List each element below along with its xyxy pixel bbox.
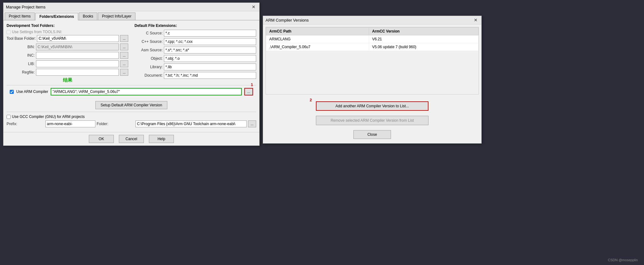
use-settings-label: Use Settings from TOOLS.INI: — [12, 30, 62, 34]
library-label: Library: — [134, 65, 163, 69]
asm-source-input[interactable] — [164, 47, 256, 54]
add-compiler-button[interactable]: Add another ARM Compiler Version to List… — [316, 101, 428, 111]
compiler-version-1: V5.06 update 7 (build 960) — [369, 43, 478, 51]
library-row: Library: — [134, 64, 256, 70]
use-gcc-row: Use GCC Compiler (GNU) for ARM projects — [7, 115, 256, 119]
library-input[interactable] — [164, 64, 256, 70]
remove-compiler-button[interactable]: Remove selected ARM Compiler Version fro… — [316, 116, 428, 125]
compiler-table: ArmCC Path ArmCC Version ARMCLANG V6.21 … — [266, 27, 479, 51]
bin-row: BIN: ... — [7, 43, 128, 50]
help-button[interactable]: Help — [149, 135, 174, 143]
cpp-source-label: C++ Source: — [134, 39, 163, 44]
object-label: Object: — [134, 56, 163, 61]
right-column: Default File Extensions: C Source: C++ S… — [134, 23, 256, 83]
asm-source-label: Asm Source: — [134, 48, 163, 52]
table-header-row: ArmCC Path ArmCC Version — [266, 28, 479, 35]
regfile-input[interactable] — [36, 69, 119, 76]
cancel-button[interactable]: Cancel — [119, 135, 144, 143]
document-input[interactable] — [164, 72, 256, 79]
ok-button[interactable]: OK — [89, 135, 114, 143]
regfile-row: Regfile: ... — [7, 69, 128, 76]
annotation-1: 1 — [251, 82, 253, 87]
folder-browse[interactable]: ... — [248, 120, 256, 127]
col-header-version: ArmCC Version — [369, 28, 478, 35]
main-dialog: Manage Project Items ✕ Project Items Fol… — [3, 3, 260, 146]
object-row: Object: — [134, 55, 256, 62]
arm-close-button[interactable]: Close — [353, 130, 391, 139]
tab-project-items[interactable]: Project Items — [5, 13, 35, 20]
use-settings-checkbox[interactable] — [7, 30, 11, 34]
folder-label: Folder: — [97, 122, 134, 126]
dialog-body: Development Tool Folders: Use Settings f… — [3, 20, 259, 132]
arm-bottom-section: 2 Add another ARM Compiler Version to Li… — [263, 97, 481, 143]
annotation-2: 2 — [310, 98, 312, 102]
bin-browse[interactable]: ... — [120, 43, 128, 50]
folder-input[interactable] — [135, 120, 247, 127]
col-header-path: ArmCC Path — [266, 28, 369, 35]
object-input[interactable] — [164, 55, 256, 62]
arm-dialog-close-button[interactable]: ✕ — [473, 18, 479, 23]
arm-dialog-title: ARM Compiler Versions — [266, 18, 309, 23]
cpp-source-input[interactable] — [164, 38, 256, 45]
default-file-ext-title: Default File Extensions: — [134, 23, 256, 28]
compiler-path-1: .\ARM_Compiler_5.06u7 — [266, 43, 369, 51]
gcc-section: Use GCC Compiler (GNU) for ARM projects … — [7, 115, 256, 127]
main-dialog-title: Manage Project Items — [6, 5, 45, 9]
tool-base-folder-browse[interactable]: ... — [120, 35, 128, 42]
regfile-browse[interactable]: ... — [120, 69, 128, 76]
dev-tools-section-title: Development Tool Folders: — [7, 23, 128, 28]
cpp-source-row: C++ Source: — [134, 38, 256, 45]
tab-folders-extensions[interactable]: Folders/Extensions — [35, 13, 78, 20]
compiler-table-container: ArmCC Path ArmCC Version ARMCLANG V6.21 … — [266, 27, 479, 94]
bin-input — [36, 43, 119, 50]
bin-label: BIN: — [7, 45, 35, 49]
use-arm-compiler-checkbox[interactable] — [10, 90, 14, 94]
gcc-options-row: Prefix: Folder: ... — [7, 120, 256, 127]
compiler-version-0: V6.21 — [369, 35, 478, 43]
compiler-path-0: ARMCLANG — [266, 35, 369, 43]
tab-books[interactable]: Books — [79, 13, 97, 20]
use-arm-browse-button[interactable]: ... — [244, 88, 253, 95]
arm-dialog-titlebar: ARM Compiler Versions ✕ — [263, 16, 481, 24]
document-row: Document: — [134, 72, 256, 79]
arm-compiler-dialog: ARM Compiler Versions ✕ ArmCC Path ArmCC… — [263, 16, 482, 144]
tab-bar: Project Items Folders/Extensions Books P… — [3, 11, 259, 20]
tab-project-info-layer[interactable]: Project Info/Layer — [98, 13, 135, 20]
separator — [7, 112, 256, 112]
prefix-input[interactable] — [45, 120, 95, 127]
lib-label: LIB: — [7, 62, 35, 66]
left-column: Development Tool Folders: Use Settings f… — [7, 23, 128, 83]
use-gcc-label: Use GCC Compiler (GNU) for ARM projects — [12, 115, 85, 119]
use-arm-compiler-input[interactable] — [51, 88, 242, 95]
asm-source-row: Asm Source: — [134, 47, 256, 54]
setup-default-arm-btn[interactable]: Setup Default ARM Compiler Version — [95, 101, 168, 109]
document-label: Document: — [134, 73, 163, 78]
two-column-layout: Development Tool Folders: Use Settings f… — [7, 23, 256, 83]
lib-input[interactable] — [36, 60, 119, 67]
arm-dialog-body: ArmCC Path ArmCC Version ARMCLANG V6.21 … — [263, 24, 481, 143]
main-dialog-close-button[interactable]: ✕ — [251, 4, 257, 9]
inc-label: INC: — [7, 53, 35, 58]
table-row[interactable]: .\ARM_Compiler_5.06u7 V5.06 update 7 (bu… — [266, 43, 479, 51]
watermark: CSDN @mosepplin — [608, 258, 638, 262]
c-source-label: C Source: — [134, 31, 163, 35]
use-gcc-checkbox[interactable] — [7, 115, 11, 119]
use-arm-compiler-label: Use ARM Compiler — [16, 89, 48, 94]
lib-row: LIB: ... — [7, 60, 128, 67]
result-label: 结果 — [63, 77, 72, 83]
regfile-label: Regfile: — [7, 70, 35, 74]
lib-browse[interactable]: ... — [120, 60, 128, 67]
tool-base-folder-input[interactable] — [37, 35, 119, 42]
tool-base-folder-label: Tool Base Folder: — [7, 36, 36, 41]
use-settings-row: Use Settings from TOOLS.INI: — [7, 30, 128, 34]
c-source-row: C Source: — [134, 30, 256, 37]
tool-base-folder-row: Tool Base Folder: ... — [7, 35, 128, 42]
c-source-input[interactable] — [164, 30, 256, 37]
table-row[interactable]: ARMCLANG V6.21 — [266, 35, 479, 43]
inc-row: INC: ... — [7, 52, 128, 59]
inc-browse[interactable]: ... — [120, 52, 128, 59]
bottom-bar: OK Cancel Help — [3, 132, 259, 145]
inc-input[interactable] — [36, 52, 119, 59]
main-dialog-titlebar: Manage Project Items ✕ — [3, 3, 259, 11]
use-arm-compiler-row: Use ARM Compiler 1 ... — [7, 85, 256, 98]
